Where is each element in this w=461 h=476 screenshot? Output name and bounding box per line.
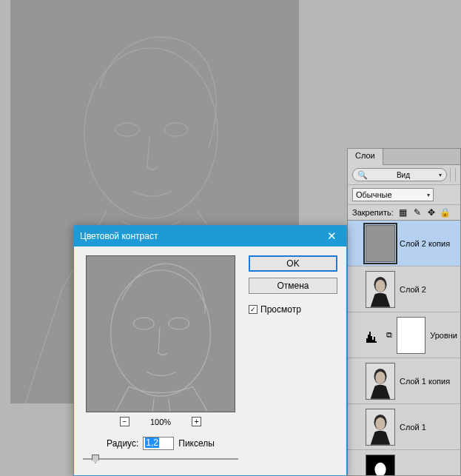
layer-thumbnail[interactable] — [366, 409, 395, 446]
close-icon[interactable]: ✕ — [323, 229, 340, 243]
svg-point-6 — [375, 279, 385, 292]
slider-handle[interactable] — [92, 455, 99, 463]
layer-name[interactable]: Слой 1 копия — [400, 377, 450, 386]
filter-label: Вид — [397, 171, 410, 179]
layer-row[interactable]: Слой 1 — [348, 404, 460, 450]
layer-name[interactable]: Уровни — [430, 331, 457, 340]
dialog-title: Цветовой контраст — [80, 231, 158, 241]
filter-preview[interactable] — [86, 255, 235, 412]
levels-icon — [366, 327, 382, 343]
layer-name[interactable]: Слой 2 — [400, 285, 426, 294]
layer-name[interactable]: Слой 1 — [400, 423, 426, 432]
zoom-in-button[interactable]: + — [192, 417, 201, 426]
svg-rect-15 — [87, 256, 235, 412]
dialog-titlebar[interactable]: Цветовой контраст ✕ — [74, 226, 346, 247]
lock-row: Закрепить: ▦ ✎ ✥ 🔒 — [348, 205, 460, 221]
lock-transparent-icon[interactable]: ▦ — [398, 207, 408, 218]
search-icon: 🔍 — [357, 170, 368, 180]
layer-thumbnail[interactable] — [366, 225, 395, 262]
blend-mode-select[interactable]: Обычные ▾ — [352, 188, 434, 201]
link-icon[interactable]: ⧉ — [386, 330, 392, 340]
layer-thumbnail[interactable] — [366, 363, 395, 400]
layer-filter-select[interactable]: 🔍 Вид ▾ — [352, 168, 447, 181]
panel-tabs: Слои — [348, 149, 460, 165]
radius-input[interactable]: 1,2 — [143, 437, 174, 450]
ok-button[interactable]: OK — [249, 255, 337, 272]
chevron-down-icon: ▾ — [427, 192, 430, 198]
tab-layers[interactable]: Слои — [348, 149, 383, 165]
layer-row[interactable]: Слой 2 — [348, 267, 460, 312]
layer-row-adjustment[interactable]: ⧉ Уровни — [348, 312, 460, 358]
layer-thumbnail[interactable] — [366, 455, 395, 476]
blend-mode-row: Обычные ▾ — [348, 185, 460, 205]
layer-row[interactable]: Слой 1 копия — [348, 358, 460, 404]
preview-checkbox-label: Просмотр — [260, 304, 301, 315]
slider-track — [83, 458, 238, 460]
radius-unit: Пикселы — [178, 438, 215, 449]
lock-all-icon[interactable]: 🔒 — [440, 207, 451, 218]
filter-divider — [450, 168, 456, 181]
chevron-updown-icon: ▾ — [439, 172, 442, 178]
blend-mode-value: Обычные — [356, 190, 392, 199]
high-pass-dialog: Цветовой контраст ✕ — [73, 225, 347, 476]
lock-paint-icon[interactable]: ✎ — [412, 207, 423, 218]
layer-thumbnail[interactable] — [366, 271, 395, 308]
layer-row[interactable]: Слой 2 копия — [348, 221, 460, 267]
zoom-out-button[interactable]: − — [120, 417, 129, 426]
layers-panel: Слои 🔍 Вид ▾ Обычные ▾ Закрепить: ▦ ✎ ✥ … — [347, 148, 461, 476]
layers-list: Слой 2 копия Слой 2 ⧉ Уровни Слой 1 копи… — [348, 221, 460, 475]
radius-label: Радиус: — [107, 438, 138, 449]
layer-mask-thumbnail[interactable] — [397, 317, 425, 354]
svg-point-12 — [375, 417, 385, 429]
svg-point-9 — [375, 371, 385, 383]
layer-row[interactable] — [348, 450, 460, 475]
lock-label: Закрепить: — [352, 208, 394, 217]
layer-filter-row: 🔍 Вид ▾ — [348, 165, 460, 185]
radius-slider[interactable] — [83, 453, 238, 465]
preview-checkbox[interactable] — [249, 305, 258, 314]
cancel-button[interactable]: Отмена — [249, 278, 337, 294]
zoom-value: 100% — [150, 418, 171, 426]
layer-name[interactable]: Слой 2 копия — [400, 239, 450, 248]
lock-move-icon[interactable]: ✥ — [426, 207, 437, 218]
